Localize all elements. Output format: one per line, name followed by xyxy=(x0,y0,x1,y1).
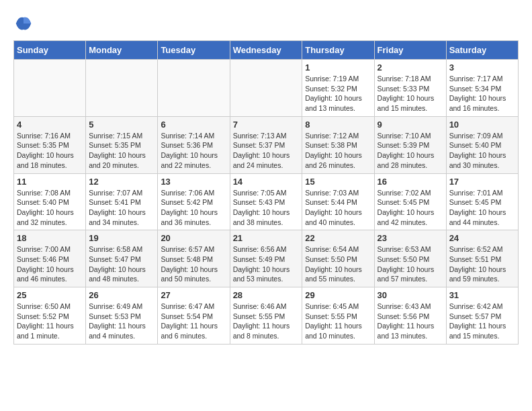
header xyxy=(13,13,519,34)
day-info: Sunrise: 6:57 AM Sunset: 5:48 PM Dayligh… xyxy=(161,244,226,284)
day-number: 9 xyxy=(378,120,443,130)
day-number: 3 xyxy=(449,62,515,73)
calendar-cell xyxy=(230,60,302,117)
calendar-cell: 11Sunrise: 7:08 AM Sunset: 5:40 PM Dayli… xyxy=(14,173,86,230)
calendar-cell: 15Sunrise: 7:03 AM Sunset: 5:44 PM Dayli… xyxy=(302,173,374,230)
calendar-header-tuesday: Tuesday xyxy=(158,41,230,60)
day-info: Sunrise: 6:49 AM Sunset: 5:53 PM Dayligh… xyxy=(89,302,154,341)
calendar-cell: 23Sunrise: 6:53 AM Sunset: 5:50 PM Dayli… xyxy=(374,230,446,287)
calendar-week-row: 4Sunrise: 7:16 AM Sunset: 5:35 PM Daylig… xyxy=(14,116,519,173)
calendar-cell xyxy=(158,60,230,117)
logo xyxy=(13,13,36,34)
calendar-cell: 1Sunrise: 7:19 AM Sunset: 5:32 PM Daylig… xyxy=(302,60,374,117)
day-number: 22 xyxy=(305,233,371,243)
day-number: 14 xyxy=(233,177,300,187)
calendar-cell: 27Sunrise: 6:47 AM Sunset: 5:54 PM Dayli… xyxy=(158,287,230,345)
day-number: 10 xyxy=(449,120,515,130)
day-info: Sunrise: 7:09 AM Sunset: 5:40 PM Dayligh… xyxy=(449,131,515,171)
calendar-cell: 9Sunrise: 7:10 AM Sunset: 5:39 PM Daylig… xyxy=(374,116,446,173)
calendar-cell: 6Sunrise: 7:14 AM Sunset: 5:36 PM Daylig… xyxy=(158,116,230,173)
calendar-cell: 7Sunrise: 7:13 AM Sunset: 5:37 PM Daylig… xyxy=(230,116,302,173)
calendar-cell: 30Sunrise: 6:43 AM Sunset: 5:56 PM Dayli… xyxy=(374,287,446,345)
calendar-cell: 19Sunrise: 6:58 AM Sunset: 5:47 PM Dayli… xyxy=(86,230,158,287)
calendar-week-row: 11Sunrise: 7:08 AM Sunset: 5:40 PM Dayli… xyxy=(14,173,519,230)
day-info: Sunrise: 6:53 AM Sunset: 5:50 PM Dayligh… xyxy=(378,244,443,284)
day-number: 12 xyxy=(89,177,154,187)
day-number: 6 xyxy=(161,120,226,130)
day-info: Sunrise: 7:16 AM Sunset: 5:35 PM Dayligh… xyxy=(17,131,83,171)
calendar-cell: 3Sunrise: 7:17 AM Sunset: 5:34 PM Daylig… xyxy=(446,60,518,117)
day-info: Sunrise: 7:14 AM Sunset: 5:36 PM Dayligh… xyxy=(161,131,226,171)
day-info: Sunrise: 6:43 AM Sunset: 5:56 PM Dayligh… xyxy=(378,302,443,341)
calendar-cell: 21Sunrise: 6:56 AM Sunset: 5:49 PM Dayli… xyxy=(230,230,302,287)
day-info: Sunrise: 7:06 AM Sunset: 5:42 PM Dayligh… xyxy=(161,188,226,228)
calendar-cell: 20Sunrise: 6:57 AM Sunset: 5:48 PM Dayli… xyxy=(158,230,230,287)
day-info: Sunrise: 6:42 AM Sunset: 5:57 PM Dayligh… xyxy=(449,302,515,341)
calendar-cell: 16Sunrise: 7:02 AM Sunset: 5:45 PM Dayli… xyxy=(374,173,446,230)
day-info: Sunrise: 7:00 AM Sunset: 5:46 PM Dayligh… xyxy=(17,244,83,284)
calendar-cell: 29Sunrise: 6:45 AM Sunset: 5:55 PM Dayli… xyxy=(302,287,374,345)
logo-icon xyxy=(13,13,34,34)
calendar-cell: 2Sunrise: 7:18 AM Sunset: 5:33 PM Daylig… xyxy=(374,60,446,117)
day-number: 30 xyxy=(378,290,443,300)
calendar-header-row: SundayMondayTuesdayWednesdayThursdayFrid… xyxy=(14,41,519,60)
day-number: 24 xyxy=(449,233,515,243)
day-number: 25 xyxy=(17,290,83,300)
calendar-cell: 12Sunrise: 7:07 AM Sunset: 5:41 PM Dayli… xyxy=(86,173,158,230)
day-info: Sunrise: 7:19 AM Sunset: 5:32 PM Dayligh… xyxy=(305,74,371,113)
day-info: Sunrise: 7:15 AM Sunset: 5:35 PM Dayligh… xyxy=(89,131,154,171)
day-number: 15 xyxy=(305,177,371,187)
day-number: 5 xyxy=(89,120,154,130)
calendar-cell: 31Sunrise: 6:42 AM Sunset: 5:57 PM Dayli… xyxy=(446,287,518,345)
calendar-cell: 18Sunrise: 7:00 AM Sunset: 5:46 PM Dayli… xyxy=(14,230,86,287)
day-info: Sunrise: 6:58 AM Sunset: 5:47 PM Dayligh… xyxy=(89,244,154,284)
day-info: Sunrise: 7:17 AM Sunset: 5:34 PM Dayligh… xyxy=(449,74,515,113)
day-number: 21 xyxy=(233,233,300,243)
day-number: 17 xyxy=(449,177,515,187)
calendar-cell: 4Sunrise: 7:16 AM Sunset: 5:35 PM Daylig… xyxy=(14,116,86,173)
calendar-cell xyxy=(86,60,158,117)
calendar-cell: 5Sunrise: 7:15 AM Sunset: 5:35 PM Daylig… xyxy=(86,116,158,173)
day-info: Sunrise: 6:50 AM Sunset: 5:52 PM Dayligh… xyxy=(17,302,83,341)
calendar-cell: 13Sunrise: 7:06 AM Sunset: 5:42 PM Dayli… xyxy=(158,173,230,230)
calendar-header-wednesday: Wednesday xyxy=(230,41,302,60)
day-number: 7 xyxy=(233,120,300,130)
day-info: Sunrise: 6:46 AM Sunset: 5:55 PM Dayligh… xyxy=(233,302,300,341)
calendar-cell: 24Sunrise: 6:52 AM Sunset: 5:51 PM Dayli… xyxy=(446,230,518,287)
calendar-week-row: 1Sunrise: 7:19 AM Sunset: 5:32 PM Daylig… xyxy=(14,60,519,117)
day-number: 31 xyxy=(449,290,515,300)
day-number: 23 xyxy=(378,233,443,243)
calendar-cell: 28Sunrise: 6:46 AM Sunset: 5:55 PM Dayli… xyxy=(230,287,302,345)
day-info: Sunrise: 7:03 AM Sunset: 5:44 PM Dayligh… xyxy=(305,188,371,228)
calendar-cell: 25Sunrise: 6:50 AM Sunset: 5:52 PM Dayli… xyxy=(14,287,86,345)
day-info: Sunrise: 6:52 AM Sunset: 5:51 PM Dayligh… xyxy=(449,244,515,284)
day-number: 29 xyxy=(305,290,371,300)
day-info: Sunrise: 7:08 AM Sunset: 5:40 PM Dayligh… xyxy=(17,188,83,228)
day-number: 19 xyxy=(89,233,154,243)
calendar-week-row: 25Sunrise: 6:50 AM Sunset: 5:52 PM Dayli… xyxy=(14,287,519,345)
day-number: 20 xyxy=(161,233,226,243)
calendar-cell: 22Sunrise: 6:54 AM Sunset: 5:50 PM Dayli… xyxy=(302,230,374,287)
calendar-cell: 26Sunrise: 6:49 AM Sunset: 5:53 PM Dayli… xyxy=(86,287,158,345)
calendar-header-saturday: Saturday xyxy=(446,41,518,60)
day-info: Sunrise: 6:45 AM Sunset: 5:55 PM Dayligh… xyxy=(305,302,371,341)
calendar-cell: 8Sunrise: 7:12 AM Sunset: 5:38 PM Daylig… xyxy=(302,116,374,173)
day-number: 27 xyxy=(161,290,226,300)
day-info: Sunrise: 7:01 AM Sunset: 5:45 PM Dayligh… xyxy=(449,188,515,228)
day-info: Sunrise: 6:47 AM Sunset: 5:54 PM Dayligh… xyxy=(161,302,226,341)
day-number: 26 xyxy=(89,290,154,300)
calendar-header-friday: Friday xyxy=(374,41,446,60)
calendar-header-thursday: Thursday xyxy=(302,41,374,60)
day-number: 11 xyxy=(17,177,83,187)
day-info: Sunrise: 7:10 AM Sunset: 5:39 PM Dayligh… xyxy=(378,131,443,171)
day-number: 18 xyxy=(17,233,83,243)
day-info: Sunrise: 7:12 AM Sunset: 5:38 PM Dayligh… xyxy=(305,131,371,171)
day-info: Sunrise: 7:13 AM Sunset: 5:37 PM Dayligh… xyxy=(233,131,300,171)
day-info: Sunrise: 7:02 AM Sunset: 5:45 PM Dayligh… xyxy=(378,188,443,228)
calendar-cell: 14Sunrise: 7:05 AM Sunset: 5:43 PM Dayli… xyxy=(230,173,302,230)
day-info: Sunrise: 7:18 AM Sunset: 5:33 PM Dayligh… xyxy=(378,74,443,113)
calendar-cell xyxy=(14,60,86,117)
day-number: 13 xyxy=(161,177,226,187)
day-number: 16 xyxy=(378,177,443,187)
day-info: Sunrise: 6:54 AM Sunset: 5:50 PM Dayligh… xyxy=(305,244,371,284)
